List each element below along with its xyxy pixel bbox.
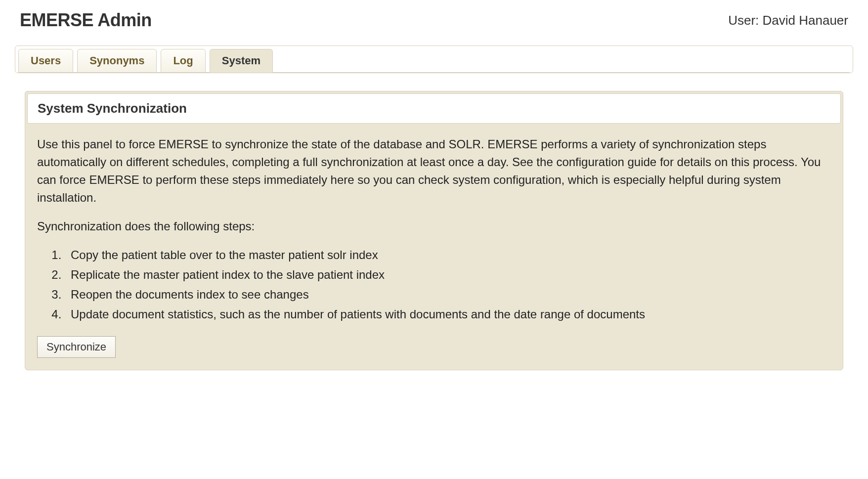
step-item: Reopen the documents index to see change… (65, 286, 831, 304)
content-area: System Synchronization Use this panel to… (15, 91, 853, 380)
tab-synonyms[interactable]: Synonyms (77, 49, 157, 73)
tab-container: Users Synonyms Log System (15, 45, 853, 73)
step-item: Copy the patient table over to the maste… (65, 246, 831, 264)
step-item: Replicate the master patient index to th… (65, 266, 831, 284)
user-info: User: David Hanauer (728, 13, 848, 28)
panel-body: Use this panel to force EMERSE to synchr… (25, 126, 843, 370)
panel-description: Use this panel to force EMERSE to synchr… (37, 135, 831, 207)
app-title: EMERSE Admin (20, 10, 152, 31)
steps-list: Copy the patient table over to the maste… (65, 246, 831, 323)
tab-bar: Users Synonyms Log System (18, 49, 850, 73)
tab-system[interactable]: System (210, 49, 273, 73)
steps-intro: Synchronization does the following steps… (37, 218, 831, 235)
panel-title: System Synchronization (27, 93, 841, 124)
synchronize-button[interactable]: Synchronize (37, 336, 116, 358)
step-item: Update document statistics, such as the … (65, 305, 831, 323)
tab-log[interactable]: Log (161, 49, 205, 73)
sync-panel: System Synchronization Use this panel to… (25, 91, 843, 370)
header: EMERSE Admin User: David Hanauer (15, 10, 853, 31)
tab-users[interactable]: Users (18, 49, 73, 73)
